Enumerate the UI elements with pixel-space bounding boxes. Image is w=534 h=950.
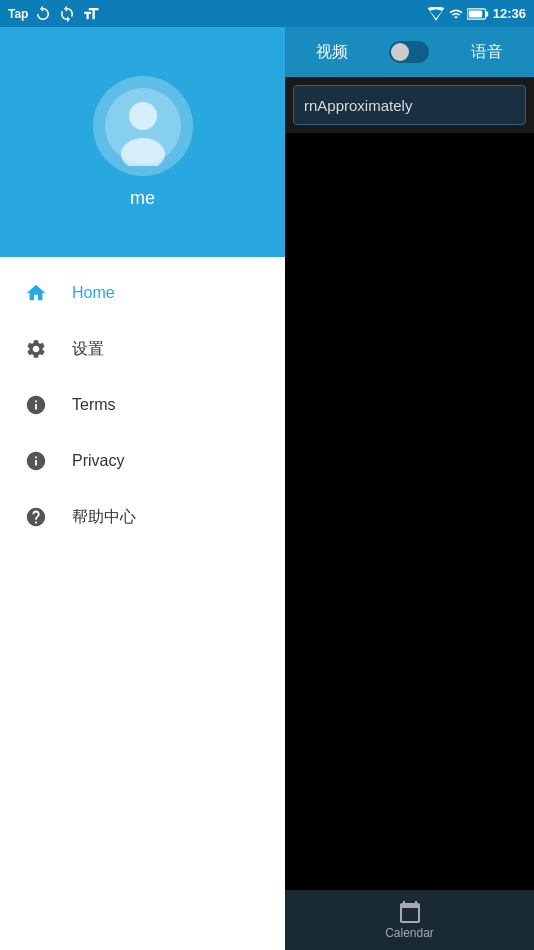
nav-item-settings[interactable]: 设置 — [0, 321, 285, 377]
signal-icon — [449, 7, 463, 21]
search-input-box[interactable]: rnApproximately — [293, 85, 526, 125]
svg-point-4 — [129, 102, 157, 130]
right-content — [285, 133, 534, 950]
nav-item-home[interactable]: Home — [0, 265, 285, 321]
svg-rect-2 — [468, 10, 482, 17]
battery-icon — [467, 7, 489, 21]
status-bar: Tap 12:36 — [0, 0, 534, 27]
app-label: Tap — [8, 7, 28, 21]
calendar-icon — [398, 900, 422, 924]
audio-toggle-label: 语音 — [471, 42, 503, 63]
nav-item-help[interactable]: 帮助中心 — [0, 489, 285, 545]
nav-list: Home 设置 Terms — [0, 257, 285, 950]
info-icon-privacy — [24, 449, 48, 473]
nav-item-terms[interactable]: Terms — [0, 377, 285, 433]
avatar-icon — [103, 86, 183, 166]
nav-label-settings: 设置 — [72, 339, 104, 360]
user-name: me — [130, 188, 155, 209]
wifi-icon — [427, 7, 445, 21]
video-toggle-label: 视频 — [316, 42, 348, 63]
svg-rect-1 — [485, 11, 488, 16]
nav-label-terms: Terms — [72, 396, 116, 414]
drawer-header: me — [0, 27, 285, 257]
refresh-icon — [34, 5, 52, 23]
toggle-thumb — [391, 43, 409, 61]
gear-icon — [24, 337, 48, 361]
calendar-label: Calendar — [385, 926, 434, 940]
toggle-switch[interactable] — [389, 41, 429, 63]
status-bar-left: Tap — [8, 5, 100, 23]
help-icon — [24, 505, 48, 529]
drawer: me Home 设置 — [0, 27, 285, 950]
font-icon — [82, 5, 100, 23]
search-text: rnApproximately — [304, 97, 412, 114]
time-display: 12:36 — [493, 6, 526, 21]
search-bar: rnApproximately — [285, 77, 534, 133]
avatar — [93, 76, 193, 176]
right-header: 视频 语音 — [285, 27, 534, 77]
nav-label-home: Home — [72, 284, 115, 302]
nav-item-privacy[interactable]: Privacy — [0, 433, 285, 489]
home-icon — [24, 281, 48, 305]
info-icon-terms — [24, 393, 48, 417]
sync-icon — [58, 5, 76, 23]
nav-label-privacy: Privacy — [72, 452, 124, 470]
right-panel: 视频 语音 rnApproximately — [285, 27, 534, 950]
bottom-bar[interactable]: Calendar — [285, 890, 534, 950]
status-bar-right: 12:36 — [427, 6, 526, 21]
nav-label-help: 帮助中心 — [72, 507, 136, 528]
